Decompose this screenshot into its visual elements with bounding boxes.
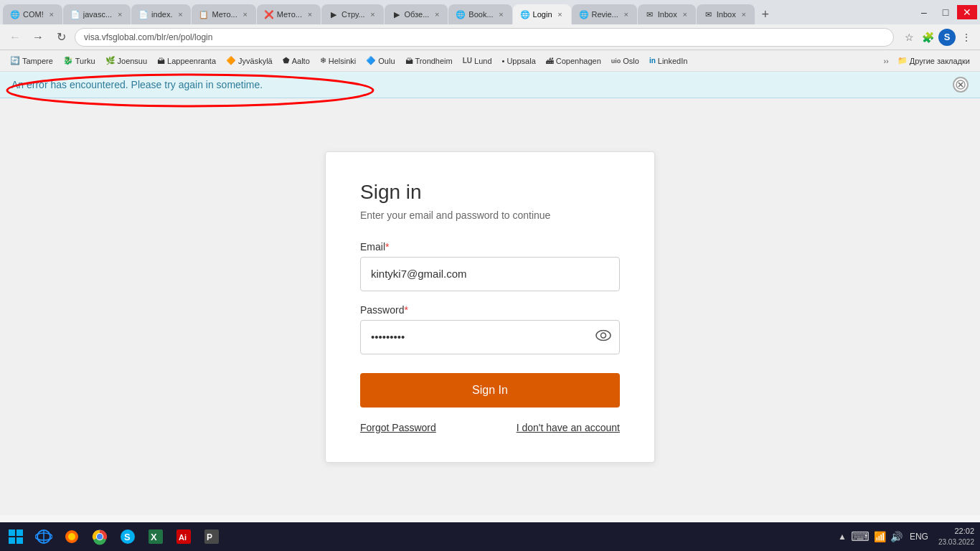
password-toggle-button[interactable] bbox=[595, 329, 611, 344]
minimize-button[interactable]: – bbox=[914, 5, 934, 19]
bookmark-other-folder[interactable]: 📁 Другие закладки bbox=[893, 55, 974, 67]
windows-icon bbox=[8, 529, 24, 545]
svg-point-14 bbox=[68, 533, 75, 540]
bookmark-jyvaskyla[interactable]: 🔶 Jyväskylä bbox=[222, 55, 277, 67]
skype-icon: S bbox=[119, 528, 136, 545]
tab-favicon: 🌐 bbox=[520, 9, 530, 19]
bookmark-label: Jyväskylä bbox=[238, 57, 273, 65]
new-tab-button[interactable]: + bbox=[755, 4, 776, 24]
bookmark-favicon: • bbox=[502, 57, 505, 65]
tray-arrow[interactable]: ▲ bbox=[838, 532, 847, 542]
email-input[interactable] bbox=[360, 257, 620, 291]
sign-in-subtitle: Enter your email and password to continu… bbox=[360, 209, 620, 221]
tab-meto1[interactable]: 📋 Мето... × bbox=[192, 4, 255, 24]
forgot-password-link[interactable]: Forgot Password bbox=[360, 422, 436, 433]
bookmark-trondheim[interactable]: 🏔 Trondheim bbox=[401, 55, 457, 67]
tab-obze[interactable]: ▶ Обзе... × bbox=[385, 4, 448, 24]
login-card: Sign in Enter your email and password to… bbox=[325, 151, 655, 463]
bookmark-label: LinkedIn bbox=[658, 57, 688, 65]
password-wrapper bbox=[360, 320, 620, 354]
tab-close[interactable]: × bbox=[175, 9, 185, 19]
title-bar: 🌐 COM! × 📄 javasc... × 📄 index. × 📋 Мето… bbox=[0, 0, 980, 24]
error-message: An error has encountered. Please try aga… bbox=[11, 79, 263, 90]
profile-icon[interactable]: S bbox=[938, 29, 956, 46]
svg-point-4 bbox=[596, 330, 611, 340]
password-form-group: Password* bbox=[360, 304, 620, 354]
bookmark-copenhagen[interactable]: 🏙 Copenhagen bbox=[542, 55, 606, 67]
tab-close[interactable]: × bbox=[739, 9, 749, 19]
sign-in-button[interactable]: Sign In bbox=[360, 373, 620, 408]
tab-book[interactable]: 🌐 Book... × bbox=[448, 4, 512, 24]
bookmark-favicon: ❄ bbox=[320, 56, 326, 65]
bookmark-star-icon[interactable]: ☆ bbox=[901, 29, 917, 45]
folder-icon: 📁 bbox=[897, 56, 908, 65]
tab-close[interactable]: × bbox=[115, 9, 125, 19]
address-input[interactable]: visa.vfsglobal.com/blr/en/pol/login bbox=[75, 28, 894, 47]
back-button[interactable]: ← bbox=[6, 28, 24, 47]
taskbar-acrobat[interactable]: Ai bbox=[171, 524, 197, 550]
close-button[interactable]: ✕ bbox=[957, 5, 977, 19]
forward-button[interactable]: → bbox=[29, 28, 47, 47]
bookmark-favicon: 🔷 bbox=[366, 56, 376, 65]
tab-close[interactable]: × bbox=[496, 9, 507, 19]
firefox-icon bbox=[63, 528, 80, 545]
tab-com[interactable]: 🌐 COM! × bbox=[3, 4, 62, 24]
taskbar-ie[interactable] bbox=[31, 524, 57, 550]
bookmark-joensuu[interactable]: 🌿 Joensuu bbox=[101, 55, 152, 67]
svg-text:S: S bbox=[124, 532, 131, 542]
bookmark-linkedin[interactable]: in LinkedIn bbox=[645, 55, 692, 67]
tab-inbox2[interactable]: ✉ Inbox × bbox=[697, 4, 755, 24]
svg-point-5 bbox=[601, 333, 606, 338]
taskbar-clock[interactable]: 22:02 23.03.2022 bbox=[936, 526, 977, 547]
bookmark-folder-label: Другие закладки bbox=[910, 57, 970, 65]
maximize-button[interactable]: □ bbox=[936, 5, 956, 19]
tab-close[interactable]: × bbox=[368, 9, 378, 19]
password-input[interactable] bbox=[360, 320, 620, 354]
bookmark-lund[interactable]: LU Lund bbox=[458, 55, 496, 67]
menu-icon[interactable]: ⋮ bbox=[958, 29, 974, 45]
taskbar-excel[interactable]: X bbox=[143, 524, 169, 550]
taskbar-chrome[interactable] bbox=[87, 524, 113, 550]
no-account-link[interactable]: I don't have an account bbox=[517, 422, 620, 433]
taskbar-lang[interactable]: ENG bbox=[907, 532, 931, 542]
bookmark-uppsala[interactable]: • Uppsala bbox=[498, 55, 540, 67]
ie-icon bbox=[35, 528, 52, 545]
tab-meto2[interactable]: ❌ Мето... × bbox=[257, 4, 321, 24]
bookmark-tampere[interactable]: 🔄 Tampere bbox=[6, 55, 57, 67]
bookmark-oulu[interactable]: 🔷 Oulu bbox=[362, 55, 399, 67]
refresh-button[interactable]: ↻ bbox=[52, 28, 70, 47]
taskbar-firefox[interactable] bbox=[59, 524, 85, 550]
tab-close[interactable]: × bbox=[621, 9, 631, 19]
tab-javasc[interactable]: 📄 javasc... × bbox=[63, 4, 131, 24]
tab-index[interactable]: 📄 index. × bbox=[131, 4, 191, 24]
bookmark-lappeenranta[interactable]: 🏔 Lappeenranta bbox=[153, 55, 220, 67]
bookmark-helsinki[interactable]: ❄ Helsinki bbox=[316, 55, 361, 67]
bookmark-label: Trondheim bbox=[415, 57, 453, 65]
extensions-icon[interactable]: 🧩 bbox=[920, 29, 936, 45]
extra-app-icon: P bbox=[203, 528, 220, 545]
tab-close[interactable]: × bbox=[47, 9, 57, 19]
tab-close[interactable]: × bbox=[305, 9, 315, 19]
taskbar-skype[interactable]: S bbox=[115, 524, 141, 550]
tab-stru[interactable]: ▶ Стру... × bbox=[321, 4, 384, 24]
bookmark-label: Helsinki bbox=[329, 57, 357, 65]
password-required-marker: * bbox=[404, 304, 407, 316]
tab-close[interactable]: × bbox=[432, 9, 442, 19]
tab-close[interactable]: × bbox=[555, 9, 565, 19]
tab-revie[interactable]: 🌐 Revie... × bbox=[572, 4, 637, 24]
start-button[interactable] bbox=[3, 524, 29, 550]
tab-title: Login bbox=[533, 10, 552, 19]
tab-login[interactable]: 🌐 Login × bbox=[513, 4, 571, 24]
bookmark-turku[interactable]: 🐉 Turku bbox=[59, 55, 100, 67]
tray-network: 📶 bbox=[874, 531, 886, 542]
main-area: Sign in Enter your email and password to… bbox=[0, 98, 980, 515]
bookmark-oslo[interactable]: uio Oslo bbox=[607, 55, 644, 67]
tab-close[interactable]: × bbox=[680, 9, 690, 19]
taskbar-app-extra[interactable]: P bbox=[199, 524, 225, 550]
error-close-button[interactable] bbox=[953, 77, 969, 93]
tab-close[interactable]: × bbox=[240, 9, 250, 19]
tab-inbox1[interactable]: ✉ Inbox × bbox=[638, 4, 696, 24]
bookmarks-more-button[interactable]: ›› bbox=[880, 55, 891, 67]
bookmark-aalto[interactable]: ⬟ Aalto bbox=[278, 55, 314, 67]
tab-favicon: ❌ bbox=[264, 9, 274, 19]
